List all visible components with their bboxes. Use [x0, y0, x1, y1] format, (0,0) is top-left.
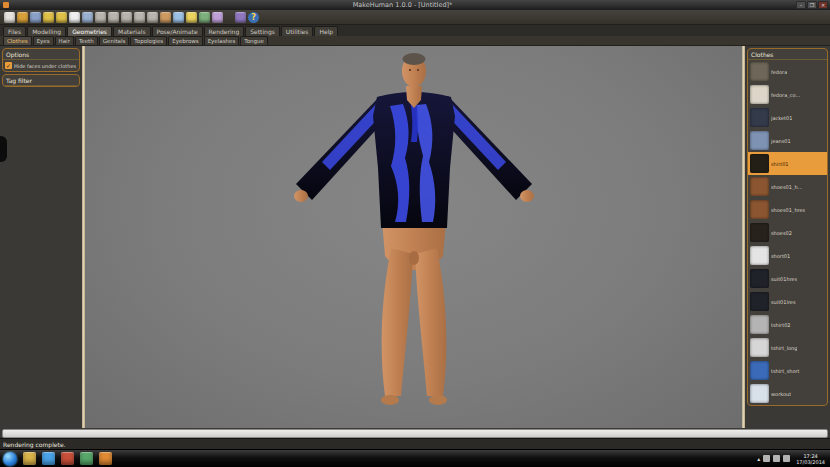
- clothes-item-shoes01-h[interactable]: shoes01_h...: [748, 175, 827, 198]
- office-app-icon[interactable]: [80, 452, 93, 465]
- tray-expand-icon[interactable]: ▴: [757, 455, 760, 463]
- clothes-item-label: workout: [771, 391, 791, 397]
- measure-icon[interactable]: [212, 12, 223, 23]
- tab-utilities[interactable]: Utilities: [281, 26, 314, 36]
- clothes-item-tshirt-short[interactable]: tshirt_short: [748, 359, 827, 382]
- options-title: Options: [3, 49, 79, 60]
- tray-network-icon[interactable]: [773, 455, 780, 462]
- subtab-genitals[interactable]: Genitals: [99, 36, 130, 45]
- clothes-item-label: shirt01: [771, 161, 789, 167]
- subtab-eyelashes[interactable]: Eyelashes: [204, 36, 240, 45]
- minimize-button[interactable]: –: [796, 1, 806, 9]
- tab-pose-animate[interactable]: Pose/Animate: [152, 26, 203, 36]
- clothes-item-shoes01-hres[interactable]: shoes01_hres: [748, 198, 827, 221]
- internet-explorer-icon[interactable]: [42, 452, 55, 465]
- clothes-thumbnail: [750, 246, 769, 265]
- hide-faces-option[interactable]: ✓ Hide faces under clothes: [3, 60, 79, 71]
- clothes-thumbnail: [750, 223, 769, 242]
- media-app-icon[interactable]: [61, 452, 74, 465]
- clothes-item-label: tshirt_short: [771, 368, 800, 374]
- clothes-thumbnail: [750, 200, 769, 219]
- start-button[interactable]: [3, 452, 17, 466]
- undo-icon[interactable]: [43, 12, 54, 23]
- subtab-clothes[interactable]: Clothes: [3, 36, 32, 45]
- pose-icon[interactable]: [160, 12, 171, 23]
- help-icon[interactable]: ?: [248, 12, 259, 23]
- human-model: [264, 50, 564, 412]
- edge-handle[interactable]: [0, 136, 7, 162]
- left-view-icon[interactable]: [121, 12, 132, 23]
- clothes-item-label: suit01hres: [771, 276, 797, 282]
- redo-icon[interactable]: [56, 12, 67, 23]
- render-icon[interactable]: [235, 12, 246, 23]
- clothes-item-label: shoes01_hres: [771, 207, 805, 213]
- main-tab-bar: Files Modelling Geometries Materials Pos…: [0, 25, 830, 36]
- clothes-thumbnail: [750, 384, 769, 403]
- clothes-thumbnail: [750, 269, 769, 288]
- clothes-item-shoes02[interactable]: shoes02: [748, 221, 827, 244]
- clothes-item-label: fedora_co...: [771, 92, 800, 98]
- tab-materials[interactable]: Materials: [113, 26, 151, 36]
- subtab-topologies[interactable]: Topologies: [130, 36, 167, 45]
- subtab-eyebrows[interactable]: Eyebrows: [168, 36, 202, 45]
- clothes-thumbnail: [750, 338, 769, 357]
- tray-display-icon[interactable]: [763, 455, 770, 462]
- clothes-item-jeans01[interactable]: jeans01: [748, 129, 827, 152]
- clothes-item-label: jacket01: [771, 115, 792, 121]
- light-icon[interactable]: [186, 12, 197, 23]
- grid-icon[interactable]: [82, 12, 93, 23]
- subtab-tongue[interactable]: Tongue: [240, 36, 268, 45]
- clothes-thumbnail: [750, 62, 769, 81]
- tab-files[interactable]: Files: [3, 26, 26, 36]
- load-icon[interactable]: [17, 12, 28, 23]
- random-icon[interactable]: [69, 12, 80, 23]
- clothes-item-label: tshirt_long: [771, 345, 797, 351]
- subtab-eyes[interactable]: Eyes: [33, 36, 54, 45]
- makehuman-taskbar-icon[interactable]: [99, 452, 112, 465]
- close-button[interactable]: ✕: [818, 1, 828, 9]
- maximize-button[interactable]: ❐: [807, 1, 817, 9]
- clothes-thumbnail: [750, 361, 769, 380]
- clothes-item-suit01hres[interactable]: suit01hres: [748, 267, 827, 290]
- tab-geometries[interactable]: Geometries: [67, 26, 112, 36]
- tray-volume-icon[interactable]: [783, 455, 790, 462]
- titlebar: MakeHuman 1.0.0 - [Untitled]* – ❐ ✕: [0, 0, 830, 10]
- clothes-item-fedora-co[interactable]: fedora_co...: [748, 83, 827, 106]
- progress-bar: [2, 429, 828, 438]
- clothes-item-short01[interactable]: short01: [748, 244, 827, 267]
- material-icon[interactable]: [199, 12, 210, 23]
- save-icon[interactable]: [30, 12, 41, 23]
- tab-help[interactable]: Help: [314, 26, 338, 36]
- subtab-teeth[interactable]: Teeth: [75, 36, 98, 45]
- viewport-3d[interactable]: [85, 46, 742, 428]
- clothes-item-suit01lres[interactable]: suit01lres: [748, 290, 827, 313]
- clothes-item-label: tshirt02: [771, 322, 791, 328]
- status-message: Rendering complete.: [0, 438, 830, 449]
- options-box: Options ✓ Hide faces under clothes: [2, 48, 80, 72]
- clothes-item-workout[interactable]: workout: [748, 382, 827, 405]
- taskbar-clock[interactable]: 17:24 17/03/2014: [796, 453, 825, 465]
- subtab-hair[interactable]: Hair: [55, 36, 74, 45]
- checkbox-checked-icon[interactable]: ✓: [5, 62, 12, 69]
- explorer-icon[interactable]: [23, 452, 36, 465]
- clothes-thumbnail: [750, 154, 769, 173]
- clothes-item-jacket01[interactable]: jacket01: [748, 106, 827, 129]
- clothes-item-label: short01: [771, 253, 790, 259]
- smooth-icon[interactable]: [173, 12, 184, 23]
- back-view-icon[interactable]: [108, 12, 119, 23]
- clothes-thumbnail: [750, 131, 769, 150]
- tab-rendering[interactable]: Rendering: [204, 26, 245, 36]
- top-view-icon[interactable]: [147, 12, 158, 23]
- clothes-item-fedora[interactable]: fedora: [748, 60, 827, 83]
- sub-tab-bar: Clothes Eyes Hair Teeth Genitals Topolog…: [0, 36, 830, 46]
- tag-filter-box: Tag filter: [2, 74, 80, 87]
- tab-modelling[interactable]: Modelling: [27, 26, 66, 36]
- right-view-icon[interactable]: [134, 12, 145, 23]
- clothes-item-shirt01[interactable]: shirt01: [748, 152, 827, 175]
- clothes-item-tshirt-long[interactable]: tshirt_long: [748, 336, 827, 359]
- tab-settings[interactable]: Settings: [245, 26, 280, 36]
- clothes-item-tshirt02[interactable]: tshirt02: [748, 313, 827, 336]
- clothes-thumbnail: [750, 292, 769, 311]
- front-view-icon[interactable]: [95, 12, 106, 23]
- new-file-icon[interactable]: [4, 12, 15, 23]
